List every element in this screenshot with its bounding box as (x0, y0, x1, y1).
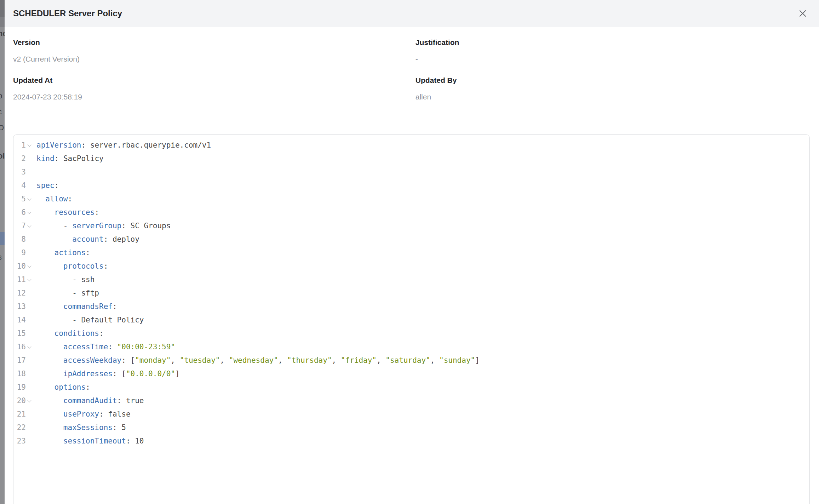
fold-toggle-icon[interactable] (28, 345, 31, 349)
editor-code: apiVersion: server.rbac.querypie.com/v1k… (32, 135, 809, 504)
line-number: 8 (13, 233, 32, 246)
background-text-fragment: ne (0, 29, 5, 38)
code-line: protocols: (36, 259, 809, 273)
line-number: 3 (13, 165, 32, 179)
line-number: 5 (13, 192, 32, 206)
background-text-fragment: ol (0, 151, 5, 161)
field-value: - (416, 55, 810, 64)
code-line: - sftp (36, 286, 809, 300)
field-value: v2 (Current Version) (13, 55, 416, 64)
server-policy-modal: SCHEDULER Server Policy Version v2 (Curr… (5, 0, 819, 504)
code-line: account: deploy (36, 233, 809, 246)
line-number: 4 (13, 179, 32, 192)
code-line: allow: (36, 192, 809, 206)
modal-header: SCHEDULER Server Policy (5, 0, 819, 27)
field-label: Justification (416, 38, 810, 47)
code-line: commandAudit: true (36, 394, 809, 407)
fold-toggle-icon[interactable] (28, 278, 31, 282)
code-line: actions: (36, 246, 809, 259)
fold-toggle-icon[interactable] (28, 143, 31, 147)
code-line: resources: (36, 206, 809, 219)
fold-toggle-icon[interactable] (28, 211, 31, 214)
line-number: 7 (13, 219, 32, 233)
background-topbar-fragment (0, 0, 5, 17)
line-number: 10 (13, 259, 32, 273)
fold-toggle-icon[interactable] (28, 197, 31, 201)
code-line: accessTime: "00:00-23:59" (36, 340, 809, 354)
field-value: allen (416, 92, 810, 102)
line-number: 1 (13, 138, 32, 152)
fold-toggle-icon[interactable] (28, 224, 31, 228)
dimmed-background-page: ne p c O ol s (0, 0, 5, 504)
field-label: Updated At (13, 76, 416, 85)
screen: ne p c O ol s SCHEDULER Server Policy Ve… (0, 0, 819, 504)
editor-gutter: 1234567891011121314151617181920212223 (13, 135, 32, 504)
code-line: - Default Policy (36, 313, 809, 327)
line-number: 2 (13, 152, 32, 165)
code-line: apiVersion: server.rbac.querypie.com/v1 (36, 138, 809, 152)
background-text-fragment: O (0, 123, 4, 132)
line-number: 17 (13, 354, 32, 367)
line-number: 15 (13, 327, 32, 340)
line-number: 22 (13, 421, 32, 434)
code-line: spec: (36, 179, 809, 192)
fold-toggle-icon[interactable] (28, 264, 31, 268)
field-version: Version v2 (Current Version) (13, 38, 416, 64)
field-justification: Justification - (416, 38, 810, 64)
background-text-fragment: p (0, 91, 2, 101)
code-line (36, 165, 809, 179)
code-line: kind: SacPolicy (36, 152, 809, 165)
fold-toggle-icon[interactable] (28, 399, 31, 403)
line-number: 18 (13, 367, 32, 380)
field-value: 2024-07-23 20:58:19 (13, 92, 416, 102)
field-updated-by: Updated By allen (416, 76, 810, 102)
code-line: useProxy: false (36, 407, 809, 421)
code-line: commandsRef: (36, 300, 809, 313)
code-line: options: (36, 380, 809, 394)
line-number: 9 (13, 246, 32, 259)
line-number: 6 (13, 206, 32, 219)
field-label: Version (13, 38, 416, 47)
line-number: 14 (13, 313, 32, 327)
line-number: 12 (13, 286, 32, 300)
line-number: 11 (13, 273, 32, 286)
background-header-fragment (0, 17, 5, 27)
code-line: maxSessions: 5 (36, 421, 809, 434)
yaml-editor[interactable]: 1234567891011121314151617181920212223 ap… (13, 134, 810, 504)
code-line: - serverGroup: SC Groups (36, 219, 809, 233)
line-number: 21 (13, 407, 32, 421)
field-updated-at: Updated At 2024-07-23 20:58:19 (13, 76, 416, 102)
close-button[interactable] (796, 7, 809, 20)
policy-info-grid: Version v2 (Current Version) Justificati… (13, 38, 810, 114)
line-number: 20 (13, 394, 32, 407)
code-line: sessionTimeout: 10 (36, 434, 809, 448)
modal-title: SCHEDULER Server Policy (13, 0, 122, 27)
chat-bubble-icon (808, 493, 819, 504)
line-number: 13 (13, 300, 32, 313)
code-line: accessWeekday: ["monday", "tuesday", "we… (36, 354, 809, 367)
chat-bubble-button[interactable] (808, 493, 819, 504)
line-number: 16 (13, 340, 32, 354)
code-line: conditions: (36, 327, 809, 340)
background-text-fragment: c (0, 107, 2, 116)
modal-body: Version v2 (Current Version) Justificati… (5, 27, 819, 504)
line-number: 23 (13, 434, 32, 448)
field-label: Updated By (416, 76, 810, 85)
background-selected-item-fragment (0, 232, 5, 245)
code-line: ipAddresses: ["0.0.0.0/0"] (36, 367, 809, 380)
background-text-fragment: s (0, 253, 2, 262)
close-icon (798, 9, 807, 18)
line-number: 19 (13, 380, 32, 394)
code-line: - ssh (36, 273, 809, 286)
